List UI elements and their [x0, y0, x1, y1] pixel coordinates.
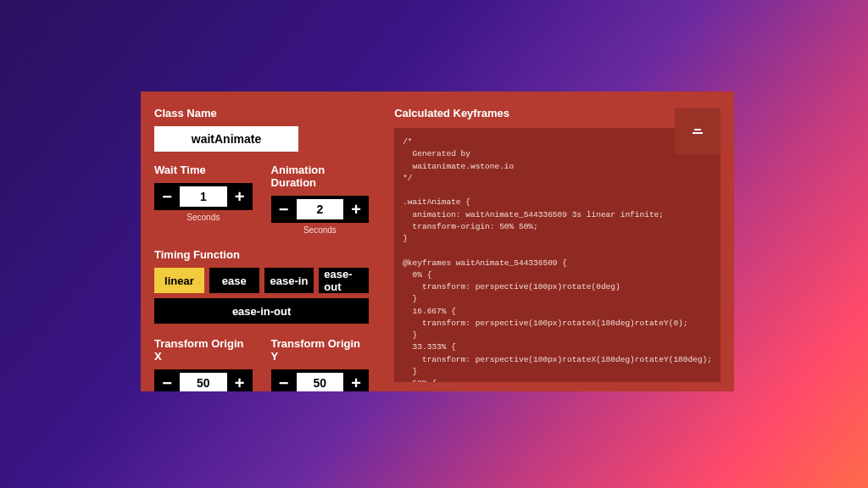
wait-unit: Seconds — [154, 213, 253, 222]
copy-button[interactable] — [675, 108, 721, 154]
originx-decrement-button[interactable]: − — [154, 369, 180, 391]
duration-increment-button[interactable]: + — [343, 196, 369, 223]
duration-unit: Seconds — [271, 225, 370, 235]
originx-value[interactable]: 50 — [180, 373, 227, 391]
originx-increment-button[interactable]: + — [227, 369, 253, 391]
duration-stepper: − 2 + — [271, 196, 370, 223]
originy-value[interactable]: 50 — [297, 373, 344, 391]
timing-easeinout-button[interactable]: ease-in-out — [154, 298, 369, 324]
duration-label: Animation Duration — [271, 164, 370, 189]
timing-easein-button[interactable]: ease-in — [264, 268, 314, 293]
originy-increment-button[interactable]: + — [343, 369, 369, 391]
timing-linear-button[interactable]: linear — [154, 268, 204, 293]
originy-stepper: − 50 + — [271, 369, 370, 391]
timing-label: Timing Function — [154, 248, 369, 261]
output-column: Calculated Keyframes /* Generated by wai… — [382, 92, 734, 391]
timing-ease-button[interactable]: ease — [209, 268, 259, 293]
timing-easeout-button[interactable]: ease-out — [319, 268, 369, 293]
wait-label: Wait Time — [154, 164, 253, 176]
output-code[interactable]: /* Generated by waitanimate.wstone.io */… — [394, 128, 721, 382]
wait-increment-button[interactable]: + — [227, 183, 253, 210]
wait-stepper: − 1 + — [154, 183, 253, 210]
originy-decrement-button[interactable]: − — [271, 369, 297, 391]
duration-value[interactable]: 2 — [297, 199, 344, 219]
originy-label: Transform Origin Y — [271, 337, 370, 363]
originx-label: Transform Origin X — [154, 337, 253, 363]
app-panel: Class Name Wait Time − 1 + Seconds Anima… — [141, 92, 734, 391]
controls-column: Class Name Wait Time − 1 + Seconds Anima… — [141, 92, 382, 391]
duration-decrement-button[interactable]: − — [271, 196, 297, 223]
classname-label: Class Name — [154, 107, 369, 119]
wait-decrement-button[interactable]: − — [154, 183, 180, 210]
wait-value[interactable]: 1 — [180, 186, 227, 207]
originx-stepper: − 50 + — [154, 369, 253, 391]
output-label: Calculated Keyframes — [394, 107, 721, 119]
svg-rect-0 — [693, 132, 703, 134]
svg-rect-1 — [694, 129, 701, 130]
classname-input[interactable] — [154, 126, 298, 152]
stack-icon — [691, 125, 704, 137]
